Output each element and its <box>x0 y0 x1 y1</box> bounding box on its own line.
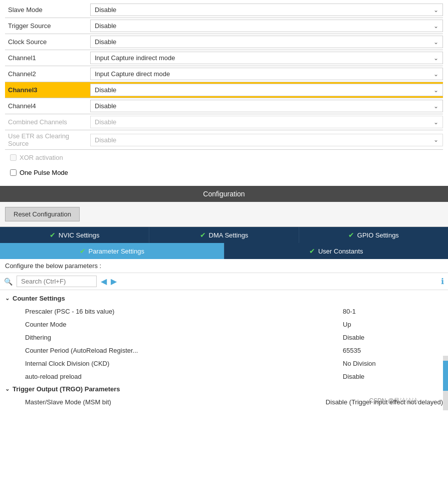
tab-param-label: Parameter Settings <box>89 248 144 255</box>
dma-check-icon: ✔ <box>200 231 206 239</box>
trigger-output-label: Trigger Output (TRGO) Parameters <box>13 385 120 393</box>
tab-dma-label: DMA Settings <box>209 231 249 239</box>
counter-period-name: Counter Period (AutoReload Register... <box>25 347 343 354</box>
channel2-arrow: ⌄ <box>433 71 438 78</box>
auto-reload-row: auto-reload preload Disable <box>0 370 448 383</box>
counter-period-row: Counter Period (AutoReload Register... 6… <box>0 344 448 357</box>
channel1-select[interactable]: Input Capture indirect mode ⌄ <box>90 52 443 64</box>
tab-nvic-settings[interactable]: ✔ NVIC Settings <box>0 227 149 243</box>
trigger-source-value: Disable <box>95 22 116 30</box>
xor-activation-row: XOR activation <box>5 150 443 165</box>
prescaler-value: 80-1 <box>343 308 443 315</box>
channel1-value: Input Capture indirect mode <box>95 54 175 62</box>
combined-channels-row: Combined Channels Disable ⌄ <box>5 114 443 130</box>
form-section: Slave Mode Disable ⌄ Trigger Source Disa… <box>0 0 448 182</box>
channel2-label: Channel2 <box>5 68 90 80</box>
slave-mode-label: Slave Mode <box>5 4 90 16</box>
auto-reload-name: auto-reload preload <box>25 373 343 380</box>
one-pulse-mode-checkbox[interactable] <box>10 169 17 176</box>
internal-clock-name: Internal Clock Division (CKD) <box>25 360 343 367</box>
one-pulse-mode-label: One Pulse Mode <box>20 169 68 176</box>
dithering-row: Dithering Disable <box>0 331 448 344</box>
prev-nav-button[interactable]: ◀ <box>101 277 107 286</box>
tab-parameter-settings[interactable]: ✔ Parameter Settings <box>0 243 225 259</box>
param-check-icon: ✔ <box>80 247 86 255</box>
config-header-text: Configuration <box>203 190 245 198</box>
channel4-row: Channel4 Disable ⌄ <box>5 98 443 114</box>
prescaler-name: Prescaler (PSC - 16 bits value) <box>25 308 343 315</box>
dithering-value: Disable <box>343 334 443 341</box>
tabs-row1: ✔ NVIC Settings ✔ DMA Settings ✔ GPIO Se… <box>0 227 448 243</box>
slave-mode-select[interactable]: Disable ⌄ <box>90 4 443 16</box>
channel1-arrow: ⌄ <box>433 55 438 62</box>
prescaler-row: Prescaler (PSC - 16 bits value) 80-1 <box>0 305 448 318</box>
counter-settings-label: Counter Settings <box>13 295 65 302</box>
counter-settings-header[interactable]: ⌄ Counter Settings <box>0 292 448 305</box>
tab-gpio-label: GPIO Settings <box>357 231 399 239</box>
channel4-select[interactable]: Disable ⌄ <box>90 100 443 112</box>
counter-mode-value: Up <box>343 321 443 328</box>
xor-activation-label: XOR activation <box>20 154 63 161</box>
tab-dma-settings[interactable]: ✔ DMA Settings <box>149 227 299 243</box>
tab-user-label: User Constants <box>318 248 363 255</box>
channel4-label: Channel4 <box>5 100 90 112</box>
channel3-arrow: ⌄ <box>433 87 438 94</box>
internal-clock-value: No Division <box>343 360 443 367</box>
combined-channels-select: Disable ⌄ <box>90 116 443 128</box>
tabs-row2: ✔ Parameter Settings ✔ User Constants <box>0 243 448 259</box>
xor-activation-checkbox[interactable] <box>10 154 17 161</box>
counter-mode-name: Counter Mode <box>25 321 343 328</box>
clock-source-value: Disable <box>95 38 116 46</box>
next-nav-button[interactable]: ▶ <box>111 277 117 286</box>
slave-mode-arrow: ⌄ <box>433 7 438 14</box>
channel4-value: Disable <box>95 102 116 110</box>
search-icon: 🔍 <box>4 278 13 286</box>
use-etr-arrow: ⌄ <box>433 136 438 143</box>
combined-channels-value: Disable <box>95 118 116 126</box>
reset-section: Reset Configuration <box>0 202 448 227</box>
tab-user-constants[interactable]: ✔ User Constants <box>225 243 449 259</box>
watermark: CSDN @风沁沁沁 <box>369 397 418 405</box>
trigger-source-label: Trigger Source <box>5 20 90 32</box>
auto-reload-value: Disable <box>343 373 443 380</box>
msm-bit-name: Master/Slave Mode (MSM bit) <box>25 398 326 406</box>
counter-mode-row: Counter Mode Up <box>0 318 448 331</box>
trigger-output-header[interactable]: ⌄ Trigger Output (TRGO) Parameters <box>0 383 448 395</box>
dithering-name: Dithering <box>25 334 343 341</box>
combined-channels-arrow: ⌄ <box>433 119 438 126</box>
search-input[interactable] <box>17 276 97 287</box>
info-icon: ℹ <box>441 277 444 286</box>
channel2-select[interactable]: Input Capture direct mode ⌄ <box>90 68 443 80</box>
user-check-icon: ✔ <box>309 247 315 255</box>
nvic-check-icon: ✔ <box>50 231 56 239</box>
one-pulse-mode-row: One Pulse Mode <box>5 165 443 180</box>
use-etr-select: Disable ⌄ <box>90 134 443 146</box>
reset-config-button[interactable]: Reset Configuration <box>5 207 80 221</box>
clock-source-arrow: ⌄ <box>433 39 438 46</box>
channel3-row: Channel3 Disable ⌄ <box>5 82 443 98</box>
config-header: Configuration <box>0 186 448 202</box>
clock-source-label: Clock Source <box>5 36 90 48</box>
channel4-arrow: ⌄ <box>433 103 438 110</box>
channel1-row: Channel1 Input Capture indirect mode ⌄ <box>5 50 443 66</box>
channel1-label: Channel1 <box>5 52 90 64</box>
trigger-source-row: Trigger Source Disable ⌄ <box>5 18 443 34</box>
channel2-row: Channel2 Input Capture direct mode ⌄ <box>5 66 443 82</box>
channel3-label: Channel3 <box>5 84 90 96</box>
search-bar: 🔍 ◀ ▶ ℹ <box>0 273 448 290</box>
slave-mode-value: Disable <box>95 6 116 14</box>
configure-text: Configure the below parameters : <box>0 259 448 273</box>
slave-mode-row: Slave Mode Disable ⌄ <box>5 2 443 18</box>
trigger-source-arrow: ⌄ <box>433 23 438 30</box>
tab-nvic-label: NVIC Settings <box>59 231 100 239</box>
tab-gpio-settings[interactable]: ✔ GPIO Settings <box>299 227 448 243</box>
scrollbar-thumb[interactable] <box>443 361 448 391</box>
clock-source-row: Clock Source Disable ⌄ <box>5 34 443 50</box>
clock-source-select[interactable]: Disable ⌄ <box>90 36 443 48</box>
combined-channels-label: Combined Channels <box>5 116 90 128</box>
counter-period-value: 65535 <box>343 347 443 354</box>
channel3-select[interactable]: Disable ⌄ <box>90 84 443 96</box>
trigger-source-select[interactable]: Disable ⌄ <box>90 20 443 32</box>
use-etr-label: Use ETR as Clearing Source <box>5 130 90 149</box>
internal-clock-row: Internal Clock Division (CKD) No Divisio… <box>0 357 448 370</box>
